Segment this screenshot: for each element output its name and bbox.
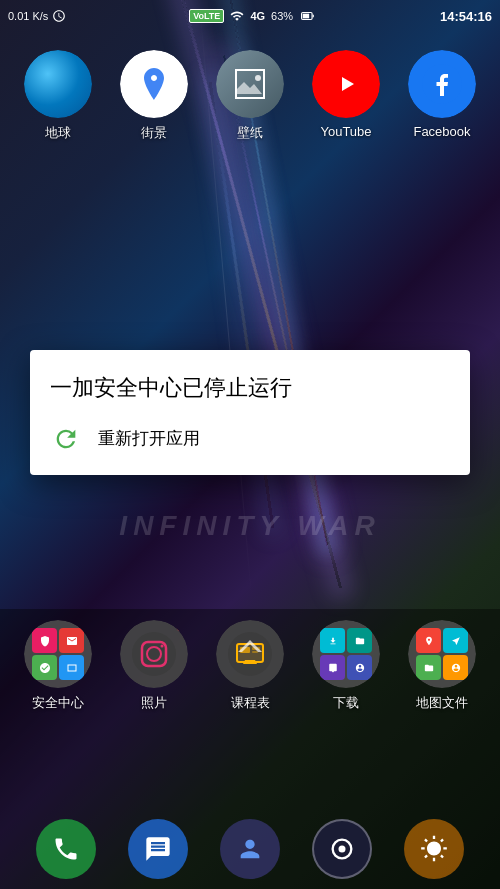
maps-app-icon[interactable] [120, 50, 188, 118]
up-chevron[interactable] [238, 638, 262, 659]
app-item-schedule[interactable]: 课程表 [205, 620, 295, 712]
svg-point-3 [255, 75, 261, 81]
photos-icon[interactable] [120, 620, 188, 688]
nav-camera[interactable] [312, 819, 372, 879]
avengers-watermark: INFINITY WAR [0, 510, 500, 542]
app-item-youtube[interactable]: YouTube [301, 50, 391, 142]
battery-icon [299, 9, 317, 23]
status-bar: 0.01 K/s VoLTE 4G 63% 14:54:16 [0, 0, 500, 32]
facebook-label: Facebook [413, 124, 470, 139]
photos-label: 照片 [141, 694, 167, 712]
app-item-facebook[interactable]: Facebook [397, 50, 487, 142]
alarm-icon [52, 9, 66, 23]
top-app-row: 地球 街景 壁纸 [0, 50, 500, 142]
app-item-maps[interactable]: 街景 [109, 50, 199, 142]
svg-rect-6 [132, 632, 176, 676]
app-item-downloads[interactable]: 下载 [301, 620, 391, 712]
dialog-action-label: 重新打开应用 [98, 427, 200, 450]
security-label: 安全中心 [32, 694, 84, 712]
nav-contacts[interactable] [220, 819, 280, 879]
wallpaper-label: 壁纸 [237, 124, 263, 142]
nav-weather[interactable] [404, 819, 464, 879]
time-display: 14:54:16 [440, 9, 492, 24]
network-type: 4G [250, 10, 265, 22]
youtube-app-icon[interactable] [312, 50, 380, 118]
mapsfiles-icon[interactable] [408, 620, 476, 688]
nav-messages[interactable] [128, 819, 188, 879]
messages-icon [144, 835, 172, 863]
signal-icon [230, 9, 244, 23]
app-item-photos[interactable]: 照片 [109, 620, 199, 712]
phone-icon [52, 835, 80, 863]
volte-badge: VoLTE [189, 9, 224, 23]
dialog-action-row[interactable]: 重新打开应用 [50, 423, 450, 455]
status-right: 14:54:16 [440, 9, 492, 24]
maps-label: 街景 [141, 124, 167, 142]
app-item-security[interactable]: 安全中心 [13, 620, 103, 712]
nav-bar [0, 809, 500, 889]
downloads-label: 下载 [333, 694, 359, 712]
crash-dialog: 一加安全中心已停止运行 重新打开应用 [30, 350, 470, 475]
camera-icon [328, 835, 356, 863]
photos-notification-dot [176, 622, 186, 632]
refresh-icon [50, 423, 82, 455]
facebook-app-icon[interactable] [408, 50, 476, 118]
schedule-label: 课程表 [231, 694, 270, 712]
svg-point-9 [161, 645, 164, 648]
youtube-label: YouTube [320, 124, 371, 139]
svg-rect-1 [303, 14, 309, 19]
app-item-earth[interactable]: 地球 [13, 50, 103, 142]
status-left: 0.01 K/s [8, 9, 66, 23]
contacts-icon [236, 835, 264, 863]
network-speed: 0.01 K/s [8, 10, 48, 22]
bottom-app-row: 安全中心 照片 [0, 620, 500, 712]
svg-point-17 [339, 846, 346, 853]
status-center: VoLTE 4G 63% [189, 9, 317, 23]
dialog-title: 一加安全中心已停止运行 [50, 374, 450, 403]
earth-app-icon[interactable] [24, 50, 92, 118]
battery-percent: 63% [271, 10, 293, 22]
nav-phone[interactable] [36, 819, 96, 879]
wallpaper-app-icon[interactable] [216, 50, 284, 118]
downloads-icon[interactable] [312, 620, 380, 688]
app-item-mapsfiles[interactable]: 地图文件 [397, 620, 487, 712]
earth-label: 地球 [45, 124, 71, 142]
security-icon[interactable] [24, 620, 92, 688]
refresh-svg [52, 425, 80, 453]
mapsfiles-label: 地图文件 [416, 694, 468, 712]
app-item-wallpaper[interactable]: 壁纸 [205, 50, 295, 142]
weather-icon [420, 835, 448, 863]
